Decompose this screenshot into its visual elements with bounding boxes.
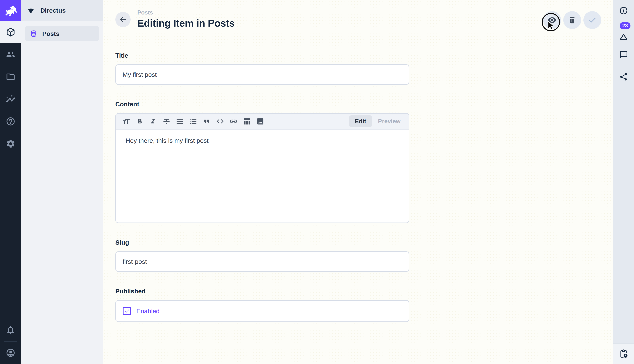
format-size-button[interactable]: [120, 115, 133, 128]
code-icon: [216, 117, 224, 126]
field-slug: Slug first-post: [115, 239, 409, 272]
title-input[interactable]: My first post: [115, 64, 409, 85]
users-icon: [6, 50, 16, 59]
folder-icon: [6, 72, 16, 82]
item-details-button[interactable]: [613, 0, 634, 21]
user-circle-icon: [6, 348, 16, 358]
save-item-button[interactable]: [583, 11, 601, 29]
directus-logo-button[interactable]: [0, 0, 21, 21]
module-bar: [0, 0, 21, 364]
gear-icon: [6, 139, 16, 148]
content-textarea[interactable]: Hey there, this is my first post: [116, 130, 409, 222]
breadcrumb[interactable]: Posts: [137, 9, 235, 16]
field-slug-label: Slug: [115, 239, 409, 246]
wedge-icon: [27, 6, 35, 15]
field-title-label: Title: [115, 52, 409, 59]
arrow-left-icon: [119, 15, 127, 24]
published-checkbox-label[interactable]: Enabled: [136, 308, 160, 315]
eye-icon: [548, 16, 557, 24]
revisions-icon: [619, 32, 628, 41]
box-icon: [6, 27, 16, 37]
header-actions: [543, 11, 601, 29]
field-content: Content: [115, 100, 409, 223]
module-bar-spacer: [0, 155, 21, 319]
nav-sidebar: Directus Posts: [21, 0, 103, 364]
insights-icon: [6, 94, 16, 104]
notifications-button[interactable]: [0, 319, 21, 341]
directus-app-window: Directus Posts Posts: [0, 0, 634, 364]
help-icon: [6, 116, 16, 126]
nav-item-label: Posts: [42, 30, 60, 37]
bold-icon: [136, 117, 144, 126]
right-sidebar: 23: [613, 0, 634, 364]
image-icon: [256, 117, 264, 126]
project-header[interactable]: Directus: [21, 0, 103, 21]
published-checkbox[interactable]: [123, 307, 131, 315]
numbered-list-icon: [189, 117, 197, 126]
page-title: Editing Item in Posts: [137, 17, 235, 29]
strikethrough-button[interactable]: [160, 115, 173, 128]
code-button[interactable]: [213, 115, 227, 128]
module-settings[interactable]: [0, 132, 21, 155]
bulleted-list-icon: [176, 117, 184, 126]
module-documentation[interactable]: [0, 110, 21, 132]
bold-button[interactable]: [133, 115, 146, 128]
project-name: Directus: [40, 7, 66, 14]
image-button[interactable]: [254, 115, 267, 128]
right-sidebar-spacer: [613, 88, 634, 343]
title-block: Posts Editing Item in Posts: [137, 9, 235, 29]
revisions-button[interactable]: 23: [613, 21, 634, 44]
trash-icon: [568, 16, 577, 24]
module-content[interactable]: [0, 21, 21, 43]
nav-items: Posts: [21, 21, 103, 46]
slug-input[interactable]: first-post: [115, 251, 409, 272]
back-button[interactable]: [115, 12, 131, 27]
link-button[interactable]: [227, 115, 240, 128]
checkmark-icon: [124, 308, 130, 314]
revisions-count-badge: 23: [620, 22, 630, 29]
share-icon: [619, 72, 628, 81]
field-title: Title My first post: [115, 52, 409, 85]
clipboard-clock-icon: [619, 349, 628, 358]
delete-item-button[interactable]: [563, 11, 581, 29]
account-button[interactable]: [0, 342, 21, 364]
markdown-editor: Edit Preview Hey there, this is my first…: [115, 113, 409, 223]
comment-icon: [619, 50, 628, 59]
italic-icon: [149, 117, 157, 126]
table-button[interactable]: [240, 115, 254, 128]
database-icon: [30, 30, 38, 37]
strikethrough-icon: [162, 117, 171, 126]
comments-button[interactable]: [613, 44, 634, 65]
tab-preview[interactable]: Preview: [373, 115, 405, 127]
tab-edit[interactable]: Edit: [349, 115, 372, 127]
quote-icon: [203, 117, 211, 126]
bulleted-list-button[interactable]: [173, 115, 187, 128]
activity-button[interactable]: [613, 343, 634, 364]
field-published: Published Enabled: [115, 288, 409, 322]
check-icon: [588, 16, 597, 24]
quote-button[interactable]: [200, 115, 213, 128]
shares-button[interactable]: [613, 65, 634, 88]
bell-icon: [6, 325, 16, 335]
format-size-icon: [122, 117, 130, 126]
field-content-label: Content: [115, 100, 409, 108]
published-checkbox-container: Enabled: [115, 300, 409, 322]
italic-button[interactable]: [146, 115, 160, 128]
editor-tabs: Edit Preview: [349, 115, 405, 127]
page-header: Posts Editing Item in Posts: [103, 0, 613, 29]
item-edit-form: Title My first post Content: [103, 52, 613, 338]
directus-rabbit-logo: [3, 3, 18, 18]
nav-item-posts[interactable]: Posts: [25, 26, 99, 41]
numbered-list-button[interactable]: [187, 115, 200, 128]
table-icon: [243, 117, 251, 126]
preview-item-button[interactable]: [543, 11, 561, 29]
module-insights[interactable]: [0, 88, 21, 110]
field-published-label: Published: [115, 288, 409, 295]
main-content: Posts Editing Item in Posts: [103, 0, 613, 364]
info-icon: [619, 6, 628, 15]
link-icon: [229, 117, 238, 126]
module-user-directory[interactable]: [0, 43, 21, 66]
module-file-library[interactable]: [0, 66, 21, 88]
editor-toolbar: Edit Preview: [116, 114, 409, 130]
